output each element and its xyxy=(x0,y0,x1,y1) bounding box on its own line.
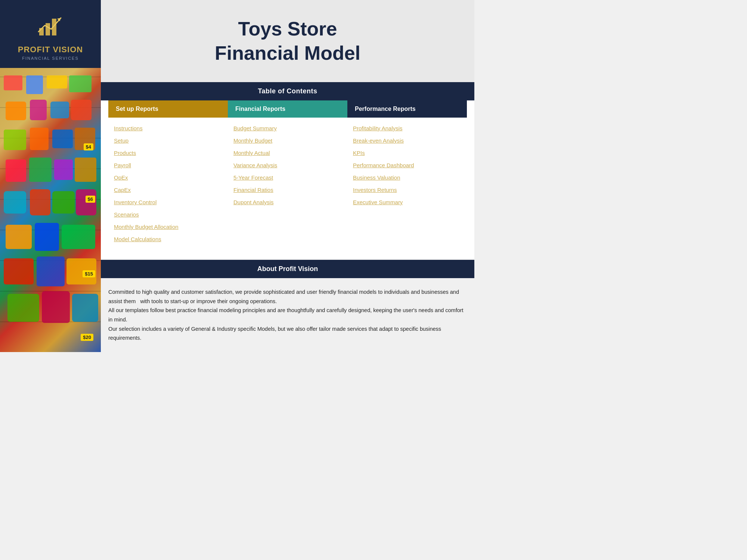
link-monthly-actual[interactable]: Monthly Actual xyxy=(233,150,342,156)
toc-column-financial: Financial Reports Budget Summary Monthly… xyxy=(228,100,347,248)
price-tag-6: $6 xyxy=(86,196,95,203)
toc-column-setup: Set up Reports Instructions Setup Produc… xyxy=(108,100,228,248)
toc-section: Table of Contents Set up Reports Instruc… xyxy=(101,82,474,259)
sidebar-image: $4 $6 $15 $20 xyxy=(0,68,101,352)
link-products[interactable]: Products xyxy=(114,150,222,156)
sidebar: PROFIT VISION FINANCIAL SERVICES xyxy=(0,0,101,352)
link-performance-dashboard[interactable]: Performance Dashboard xyxy=(353,162,461,168)
link-variance-analysis[interactable]: Variance Analysis xyxy=(233,162,342,168)
link-inventory-control[interactable]: Inventory Control xyxy=(114,199,222,205)
about-text: Committed to high quality and customer s… xyxy=(101,278,474,352)
link-model-calculations[interactable]: Model Calculations xyxy=(114,236,222,242)
link-kpis[interactable]: KPIs xyxy=(353,150,461,156)
hero-title-line1: Toys Store xyxy=(238,18,337,40)
link-monthly-budget[interactable]: Monthly Budget xyxy=(233,137,342,144)
toc-header-setup: Set up Reports xyxy=(108,100,228,118)
link-opex[interactable]: OpEx xyxy=(114,174,222,181)
logo-icon xyxy=(35,11,65,41)
logo-subtitle: FINANCIAL SERVICES xyxy=(22,56,79,60)
link-business-valuation[interactable]: Business Valuation xyxy=(353,174,461,181)
toc-header: Table of Contents xyxy=(101,82,474,100)
about-header: About Profit Vision xyxy=(101,260,474,278)
about-paragraph: Committed to high quality and customer s… xyxy=(108,287,467,343)
link-5-year-forecast[interactable]: 5-Year Forecast xyxy=(233,174,342,181)
toc-header-performance: Performance Reports xyxy=(347,100,467,118)
link-profitability-analysis[interactable]: Profitability Analysis xyxy=(353,125,461,131)
price-tag-4: $4 xyxy=(84,143,93,150)
price-tag-20: $20 xyxy=(81,334,93,341)
link-capex[interactable]: CapEx xyxy=(114,187,222,193)
toc-columns: Set up Reports Instructions Setup Produc… xyxy=(101,100,474,259)
link-executive-summary[interactable]: Executive Summary xyxy=(353,199,461,205)
price-tag-15: $15 xyxy=(83,270,95,277)
about-section: About Profit Vision Committed to high qu… xyxy=(101,259,474,352)
link-scenarios[interactable]: Scenarios xyxy=(114,211,222,218)
link-break-even-analysis[interactable]: Break-even Analysis xyxy=(353,137,461,144)
logo-area: PROFIT VISION FINANCIAL SERVICES xyxy=(10,0,90,68)
hero-title-line2: Financial Model xyxy=(215,42,360,64)
link-instructions[interactable]: Instructions xyxy=(114,125,222,131)
link-setup[interactable]: Setup xyxy=(114,137,222,144)
link-dupont-analysis[interactable]: Dupont Analysis xyxy=(233,199,342,205)
link-payroll[interactable]: Payroll xyxy=(114,162,222,168)
link-financial-ratios[interactable]: Financial Ratios xyxy=(233,187,342,193)
link-budget-summary[interactable]: Budget Summary xyxy=(233,125,342,131)
link-monthly-budget-allocation[interactable]: Monthly Budget Allocation xyxy=(114,224,222,230)
link-investors-returns[interactable]: Investors Returns xyxy=(353,187,461,193)
toc-column-performance: Performance Reports Profitability Analys… xyxy=(347,100,467,248)
main-content: Toys Store Financial Model Table of Cont… xyxy=(101,0,474,352)
toc-header-financial: Financial Reports xyxy=(228,100,347,118)
hero-section: Toys Store Financial Model xyxy=(101,0,474,82)
logo-title: PROFIT VISION xyxy=(18,45,83,55)
hero-title: Toys Store Financial Model xyxy=(215,17,360,65)
svg-rect-1 xyxy=(46,23,50,35)
